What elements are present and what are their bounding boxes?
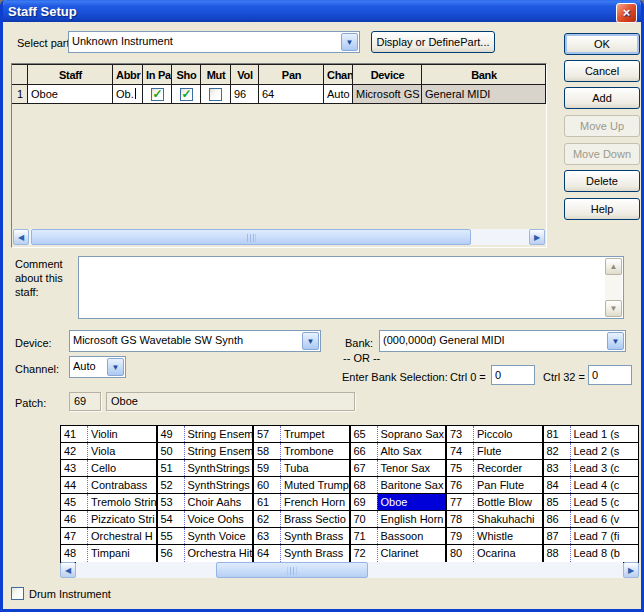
scroll-up-icon[interactable]: ▲ xyxy=(605,258,622,275)
vol-cell[interactable]: 96 xyxy=(231,85,259,104)
header-show[interactable]: Sho xyxy=(172,64,201,85)
instrument-cell[interactable]: 47Orchestral H xyxy=(61,528,156,545)
header-bank[interactable]: Bank xyxy=(422,64,546,85)
scroll-right-icon[interactable]: ▶ xyxy=(623,562,639,578)
header-in-part[interactable]: In Pa xyxy=(143,64,172,85)
cancel-button[interactable]: Cancel xyxy=(564,60,640,82)
instrument-cell[interactable]: 51SynthStrings xyxy=(158,460,253,477)
instrument-cell[interactable]: 84Lead 4 (c xyxy=(544,477,639,494)
instrument-cell[interactable]: 46Pizzicato Stri xyxy=(61,511,156,528)
chevron-down-icon[interactable]: ▼ xyxy=(607,332,624,350)
instrument-cell[interactable]: 78Shakuhachi xyxy=(447,511,542,528)
instrument-cell[interactable]: 53Choir Aahs xyxy=(158,494,253,511)
row-number-cell[interactable]: 1 xyxy=(12,85,28,104)
pan-cell[interactable]: 64 xyxy=(259,85,324,104)
show-checkbox[interactable] xyxy=(180,88,193,101)
instrument-cell[interactable]: 74Flute xyxy=(447,443,542,460)
header-pan[interactable]: Pan xyxy=(259,64,324,85)
delete-button[interactable]: Delete xyxy=(564,170,640,192)
title-bar[interactable]: Staff Setup × xyxy=(0,0,644,22)
instrument-cell[interactable]: 83Lead 3 (c xyxy=(544,460,639,477)
instrument-cell[interactable]: 48Timpani xyxy=(61,545,156,562)
instrument-cell[interactable]: 55Synth Voice xyxy=(158,528,253,545)
scrollbar-thumb[interactable] xyxy=(216,562,368,578)
instrument-cell[interactable]: 88Lead 8 (b xyxy=(544,545,639,562)
scroll-right-icon[interactable]: ▶ xyxy=(529,229,545,245)
scroll-left-icon[interactable]: ◀ xyxy=(13,229,29,245)
instrument-cell[interactable]: 72Clarinet xyxy=(351,545,446,562)
header-device[interactable]: Device xyxy=(353,64,422,85)
instrument-cell[interactable]: 73Piccolo xyxy=(447,426,542,443)
help-button[interactable]: Help xyxy=(564,198,640,220)
instrument-cell[interactable]: 82Lead 2 (s xyxy=(544,443,639,460)
comment-vscrollbar[interactable]: ▲ ▼ xyxy=(605,258,622,317)
instrument-cell[interactable]: 86Lead 6 (v xyxy=(544,511,639,528)
instrument-cell[interactable]: 85Lead 5 (c xyxy=(544,494,639,511)
instrument-cell[interactable]: 49String Ensem xyxy=(158,426,253,443)
ctrl0-input[interactable] xyxy=(491,365,535,385)
close-icon[interactable]: × xyxy=(616,3,637,23)
instrument-cell[interactable]: 64Synth Brass xyxy=(254,545,349,562)
instrument-cell[interactable]: 41Violin xyxy=(61,426,156,443)
instrument-cell[interactable]: 71Bassoon xyxy=(351,528,446,545)
scrollbar-thumb[interactable] xyxy=(31,229,471,245)
chevron-down-icon[interactable]: ▼ xyxy=(341,33,358,51)
instrument-cell[interactable]: 50String Ensem xyxy=(158,443,253,460)
instrument-cell[interactable]: 65Soprano Sax xyxy=(351,426,446,443)
staff-table-hscrollbar[interactable]: ◀ ▶ xyxy=(13,229,545,245)
instrument-cell[interactable]: 87Lead 7 (fi xyxy=(544,528,639,545)
ctrl32-input[interactable] xyxy=(588,365,632,385)
drum-instrument-checkbox[interactable] xyxy=(11,587,24,600)
header-mute[interactable]: Mut xyxy=(201,64,231,85)
header-staff[interactable]: Staff xyxy=(28,64,113,85)
instrument-cell[interactable]: 44Contrabass xyxy=(61,477,156,494)
device-combobox[interactable]: Microsoft GS Wavetable SW Synth ▼ xyxy=(69,330,321,352)
instrument-cell[interactable]: 45Tremolo Strin xyxy=(61,494,156,511)
ok-button[interactable]: OK xyxy=(564,33,640,55)
instrument-cell[interactable]: 57Trumpet xyxy=(254,426,349,443)
instrument-cell[interactable]: 76Pan Flute xyxy=(447,477,542,494)
instrument-cell[interactable]: 66Alto Sax xyxy=(351,443,446,460)
instrument-cell[interactable]: 80Ocarina xyxy=(447,545,542,562)
header-vol[interactable]: Vol xyxy=(231,64,259,85)
scroll-left-icon[interactable]: ◀ xyxy=(60,562,76,578)
instrument-cell[interactable]: 58Trombone xyxy=(254,443,349,460)
instrument-cell[interactable]: 61French Horn xyxy=(254,494,349,511)
instrument-cell[interactable]: 63Synth Brass xyxy=(254,528,349,545)
bank-combobox[interactable]: (000,000d) General MIDI ▼ xyxy=(379,330,626,352)
header-abbr[interactable]: Abbr xyxy=(113,64,143,85)
bank-cell[interactable]: General MIDI xyxy=(422,85,546,104)
scrollbar-track[interactable] xyxy=(76,562,623,578)
staff-name-cell[interactable]: Oboe xyxy=(28,85,113,104)
abbr-cell[interactable]: Ob. xyxy=(113,85,143,104)
scroll-down-icon[interactable]: ▼ xyxy=(605,300,622,317)
chevron-down-icon[interactable]: ▼ xyxy=(107,358,124,376)
instrument-cell[interactable]: 52SynthStrings xyxy=(158,477,253,494)
instrument-cell[interactable]: 42Viola xyxy=(61,443,156,460)
select-part-combobox[interactable]: Unknown Instrument ▼ xyxy=(68,31,360,53)
scrollbar-track[interactable] xyxy=(29,229,529,245)
device-cell[interactable]: Microsoft GS xyxy=(353,85,422,104)
chan-cell[interactable]: Auto xyxy=(324,85,353,104)
chevron-down-icon[interactable]: ▼ xyxy=(302,332,319,350)
header-chan[interactable]: Chan xyxy=(324,64,353,85)
channel-combobox[interactable]: Auto ▼ xyxy=(69,356,126,378)
instrument-cell[interactable]: 62Brass Sectio xyxy=(254,511,349,528)
display-or-define-part-button[interactable]: Display or DefinePart... xyxy=(371,31,495,53)
instrument-cell[interactable]: 56Orchestra Hit xyxy=(158,545,253,562)
instrument-cell[interactable]: 70English Horn xyxy=(351,511,446,528)
mute-checkbox[interactable] xyxy=(209,88,222,101)
instrument-cell[interactable]: 69Oboe xyxy=(351,494,446,511)
instrument-cell[interactable]: 68Baritone Sax xyxy=(351,477,446,494)
instrument-cell[interactable]: 43Cello xyxy=(61,460,156,477)
comment-textarea[interactable]: ▲ ▼ xyxy=(78,256,624,319)
instrument-cell[interactable]: 60Muted Trump xyxy=(254,477,349,494)
instrument-cell[interactable]: 54Voice Oohs xyxy=(158,511,253,528)
instrument-cell[interactable]: 81Lead 1 (s xyxy=(544,426,639,443)
in-part-checkbox[interactable] xyxy=(151,88,164,101)
instrument-cell[interactable]: 67Tenor Sax xyxy=(351,460,446,477)
instrument-cell[interactable]: 59Tuba xyxy=(254,460,349,477)
add-button[interactable]: Add xyxy=(564,87,640,109)
instrument-grid-hscrollbar[interactable]: ◀ ▶ xyxy=(60,562,639,578)
instrument-cell[interactable]: 75Recorder xyxy=(447,460,542,477)
